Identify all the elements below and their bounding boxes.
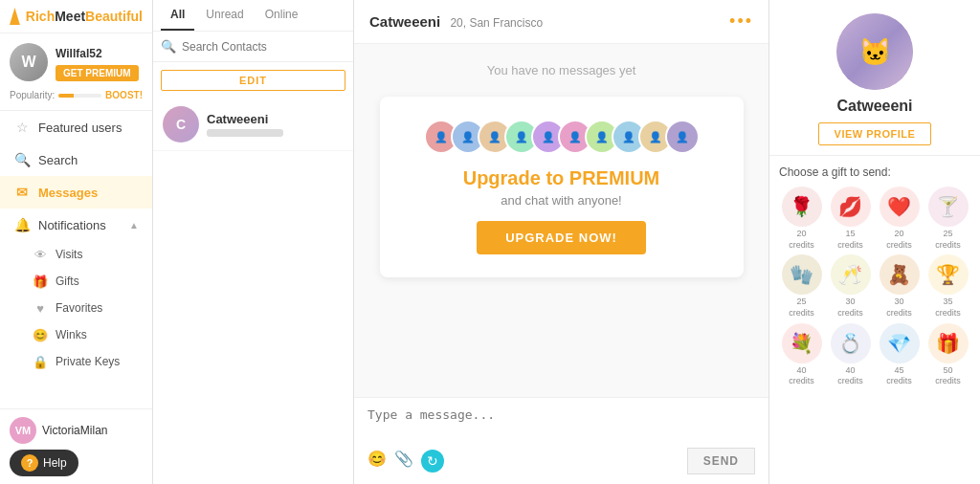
sidebar-item-favorites[interactable]: ♥ Favorites bbox=[0, 295, 152, 321]
favorites-label: Favorites bbox=[56, 301, 102, 315]
gift-credits-rose: 20credits bbox=[789, 229, 814, 251]
gift-icon-martini: 🍸 bbox=[928, 187, 969, 227]
gift-item-heart-box[interactable]: ❤️ 20credits bbox=[877, 187, 922, 251]
gifts-label: Gifts bbox=[56, 275, 79, 288]
winks-label: Winks bbox=[56, 328, 87, 341]
chat-header: Catweeeni 20, San Francisco ••• bbox=[354, 0, 768, 44]
sidebar-item-search[interactable]: 🔍 Search bbox=[0, 143, 152, 176]
contact-avatar: C bbox=[163, 106, 199, 143]
sidebar-item-visits[interactable]: 👁 Visits bbox=[0, 241, 152, 268]
gift-item-martini[interactable]: 🍸 25credits bbox=[925, 187, 970, 251]
search-icon: 🔍 bbox=[13, 151, 31, 168]
contact-preview bbox=[207, 126, 344, 138]
gift-credits-ring: 40credits bbox=[837, 365, 863, 387]
sidebar-item-winks[interactable]: 😊 Winks bbox=[0, 321, 152, 348]
sidebar-item-label-search: Search bbox=[38, 153, 78, 167]
gift-item-rose[interactable]: 🌹 20credits bbox=[779, 187, 824, 251]
upgrade-button[interactable]: UPGRADE NOW! bbox=[477, 221, 646, 254]
gift-icon-heart-box: ❤️ bbox=[880, 187, 920, 227]
gifts-title: Choose a gift to send: bbox=[779, 165, 970, 179]
premium-title: Upgrade to PREMIUM bbox=[463, 167, 660, 189]
premium-card: 👤 👤 👤 👤 👤 👤 👤 👤 👤 👤 Upgrade to PREMIUM a… bbox=[380, 97, 744, 277]
popularity-row: Popularity: BOOST! bbox=[10, 90, 143, 100]
gift-item-gloves[interactable]: 🧤 25credits bbox=[779, 254, 824, 319]
contact-item[interactable]: C Catweeeni bbox=[153, 99, 353, 151]
sidebar-item-gifts[interactable]: 🎁 Gifts bbox=[0, 268, 152, 295]
sidebar-item-messages[interactable]: ✉ Messages bbox=[0, 176, 152, 209]
view-profile-button[interactable]: VIEW PROFILE bbox=[818, 122, 932, 145]
visits-label: Visits bbox=[56, 248, 82, 261]
emoji-icon[interactable]: 😊 bbox=[368, 450, 387, 473]
star-icon: ☆ bbox=[13, 119, 31, 136]
chat-input-area: 😊 📎 ↻ SEND bbox=[354, 397, 768, 484]
bottom-avatar: VM bbox=[10, 417, 36, 444]
gift-icon-teddy: 🧸 bbox=[880, 254, 920, 295]
get-premium-button[interactable]: GET PREMIUM bbox=[56, 65, 139, 81]
gift-item-lips[interactable]: 💋 15credits bbox=[828, 187, 873, 251]
edit-button[interactable]: EDIT bbox=[161, 70, 345, 91]
sidebar-item-featured[interactable]: ☆ Featured users bbox=[0, 111, 152, 143]
chat-contact-name: Catweeeni 20, San Francisco bbox=[369, 13, 543, 30]
right-panel: 🐱 Catweeeni VIEW PROFILE Choose a gift t… bbox=[769, 0, 980, 484]
gift-icon-rose: 🌹 bbox=[782, 187, 822, 227]
gift-credits-gloves: 25credits bbox=[789, 297, 814, 319]
gift-credits-lips: 15credits bbox=[837, 229, 863, 251]
gift-credits-champagne: 30credits bbox=[837, 297, 863, 319]
gift-icon-ring: 💍 bbox=[831, 323, 871, 363]
sidebar-item-label-messages: Messages bbox=[38, 186, 98, 200]
sidebar-item-private-keys[interactable]: 🔒 Private Keys bbox=[0, 348, 152, 375]
gift-nav-icon: 🎁 bbox=[33, 274, 48, 289]
gift-item-present[interactable]: 🎁 50credits bbox=[925, 323, 970, 387]
gift-credits-diamond: 45credits bbox=[886, 365, 912, 387]
chat-input-row: 😊 📎 ↻ SEND bbox=[368, 448, 755, 474]
attachment-icon[interactable]: 📎 bbox=[394, 450, 413, 473]
contacts-tabs: All Unread Online bbox=[153, 0, 353, 32]
heart-icon: ♥ bbox=[33, 300, 48, 316]
send-button[interactable]: SEND bbox=[687, 448, 755, 474]
search-box: 🔍 bbox=[153, 32, 353, 62]
tab-online[interactable]: Online bbox=[256, 0, 308, 31]
gift-icon-flowers: 💐 bbox=[782, 323, 822, 363]
chat-area: Catweeeni 20, San Francisco ••• You have… bbox=[354, 0, 769, 484]
gift-item-champagne[interactable]: 🥂 30credits bbox=[828, 254, 873, 319]
gifts-section: Choose a gift to send: 🌹 20credits 💋 15c… bbox=[769, 156, 980, 397]
gift-icon-diamond: 💎 bbox=[880, 323, 920, 363]
profile-name: Catweeeni bbox=[836, 98, 912, 115]
sidebar-bottom: VM VictoriaMilan ? Help bbox=[0, 408, 152, 484]
gift-item-diamond[interactable]: 💎 45credits bbox=[877, 323, 922, 387]
gift-item-teddy[interactable]: 🧸 30credits bbox=[877, 254, 922, 319]
popularity-bar bbox=[58, 94, 101, 98]
app-name: RichMeetBeautiful bbox=[26, 9, 143, 24]
search-input[interactable] bbox=[182, 40, 345, 54]
user-section: W Willfal52 GET PREMIUM Popularity: BOOS… bbox=[0, 33, 152, 111]
tab-unread[interactable]: Unread bbox=[196, 0, 253, 31]
gift-icon-present: 🎁 bbox=[928, 323, 969, 363]
gift-credits-trophy: 35credits bbox=[935, 297, 961, 319]
help-icon: ? bbox=[21, 454, 38, 472]
gift-item-flowers[interactable]: 💐 40credits bbox=[779, 323, 824, 387]
boost-link[interactable]: BOOST! bbox=[105, 90, 143, 100]
avatar-letter: W bbox=[10, 43, 48, 81]
username: Willfal52 bbox=[56, 47, 139, 60]
no-messages-text: You have no messages yet bbox=[487, 63, 636, 77]
bottom-username: VictoriaMilan bbox=[42, 424, 107, 437]
messages-icon: ✉ bbox=[13, 184, 31, 201]
help-label: Help bbox=[43, 456, 67, 470]
help-button[interactable]: ? Help bbox=[10, 450, 78, 476]
bell-icon: 🔔 bbox=[13, 216, 31, 233]
more-options-button[interactable]: ••• bbox=[729, 11, 753, 32]
premium-subtitle: and chat with anyone! bbox=[501, 193, 621, 208]
message-input[interactable] bbox=[368, 407, 755, 442]
logo-icon bbox=[10, 8, 20, 25]
bottom-user[interactable]: VM VictoriaMilan bbox=[10, 417, 143, 444]
sidebar-item-label-featured: Featured users bbox=[38, 121, 122, 135]
gifts-grid: 🌹 20credits 💋 15credits ❤️ 20credits 🍸 2… bbox=[779, 187, 970, 387]
tab-all[interactable]: All bbox=[161, 0, 194, 31]
sidebar-item-notifications[interactable]: 🔔 Notifications ▲ bbox=[0, 209, 152, 241]
refresh-icon[interactable]: ↻ bbox=[421, 450, 444, 473]
gift-item-trophy[interactable]: 🏆 35credits bbox=[925, 254, 970, 319]
gift-icon-champagne: 🥂 bbox=[831, 254, 871, 295]
gift-item-ring[interactable]: 💍 40credits bbox=[828, 323, 873, 387]
chat-messages: You have no messages yet 👤 👤 👤 👤 👤 👤 👤 👤… bbox=[354, 44, 768, 397]
contact-info: Catweeeni bbox=[207, 112, 344, 138]
